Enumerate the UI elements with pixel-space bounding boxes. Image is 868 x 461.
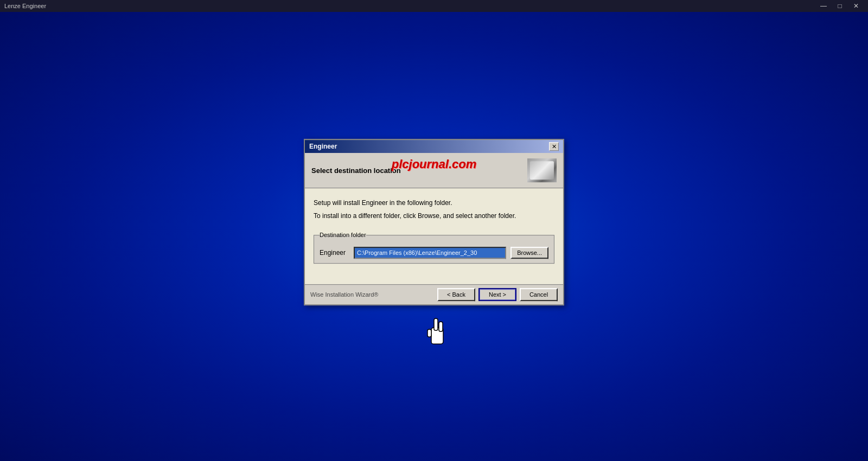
cancel-button[interactable]: Cancel — [520, 288, 558, 301]
footer-buttons: < Back Next > Cancel — [437, 288, 558, 301]
description-2: To install into a different folder, clic… — [314, 211, 554, 221]
dialog-titlebar: Engineer ✕ — [305, 140, 563, 153]
next-button[interactable]: Next > — [478, 288, 516, 301]
wizard-label: Wise Installation Wizard® — [310, 291, 378, 298]
svg-rect-3 — [427, 329, 431, 337]
back-button[interactable]: < Back — [437, 288, 475, 301]
destination-folder-group: Destination folder Engineer Browse... — [314, 232, 554, 264]
folder-label: Engineer — [320, 249, 349, 257]
svg-rect-1 — [434, 318, 438, 330]
taskbar: Lenze Engineer — □ ✕ — [0, 0, 868, 12]
engineer-dialog: Engineer ✕ Select destination location p… — [304, 139, 564, 305]
dialog-title: Engineer — [309, 143, 337, 150]
cursor-hand — [423, 314, 450, 354]
dialog-close-button[interactable]: ✕ — [549, 142, 559, 151]
svg-rect-0 — [431, 328, 443, 344]
dialog-header: Select destination location plcjournal.c… — [305, 153, 563, 188]
dialog-footer: Wise Installation Wizard® < Back Next > … — [305, 284, 563, 304]
app-title: Lenze Engineer — [4, 3, 46, 9]
destination-path-input[interactable] — [354, 247, 506, 259]
minimize-button[interactable]: — — [816, 1, 831, 11]
folder-group-legend: Destination folder — [320, 232, 366, 238]
lenze-logo — [527, 158, 557, 182]
folder-row: Engineer Browse... — [320, 247, 548, 259]
svg-rect-2 — [439, 322, 443, 331]
dialog-wrapper: Engineer ✕ Select destination location p… — [304, 139, 564, 305]
description-1: Setup will install Engineer in the follo… — [314, 198, 554, 208]
watermark-text: plcjournal.com — [392, 157, 476, 171]
maximize-button[interactable]: □ — [832, 1, 847, 11]
close-window-button[interactable]: ✕ — [848, 1, 864, 11]
dialog-body: Setup will install Engineer in the follo… — [305, 188, 563, 284]
window-controls: — □ ✕ — [816, 1, 864, 11]
browse-button[interactable]: Browse... — [510, 247, 548, 259]
dialog-header-title: Select destination location — [311, 167, 401, 175]
